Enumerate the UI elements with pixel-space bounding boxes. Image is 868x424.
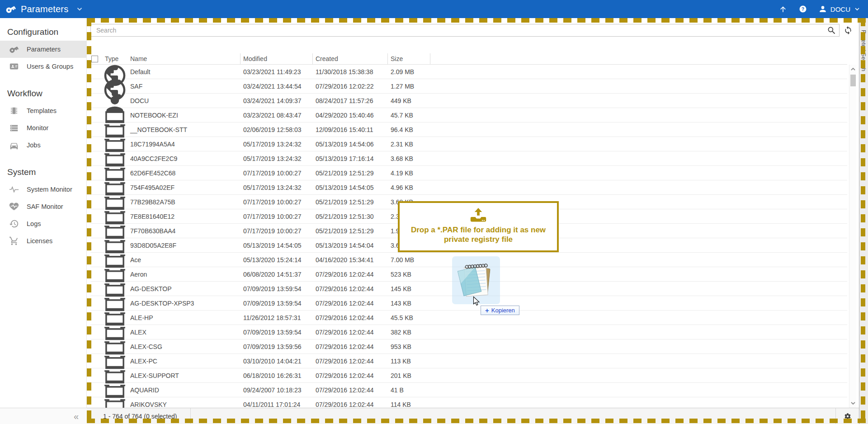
sidebar-item-parameters[interactable]: Parameters [0,41,86,58]
table-row[interactable]: ALEX-PC03/10/2010 14:04:2107/29/2016 12:… [90,354,847,368]
cell-created: 07/29/2016 12:02:44 [313,314,388,321]
table-row[interactable]: AQUARID09/24/2007 10:18:2307/29/2016 12:… [90,383,847,397]
sidebar-heading-workflow: Workflow [7,89,79,99]
cell-modified: 04/11/2011 17:01:24 [241,401,313,408]
cell-created: 11/30/2018 15:38:38 [313,68,388,75]
select-all-checkbox[interactable] [91,56,98,62]
sidebar-item-licenses[interactable]: Licenses [0,232,86,250]
cell-modified: 05/13/2019 14:54:05 [241,242,313,249]
table-row[interactable]: ALE-HP11/26/2012 18:57:3107/29/2016 12:0… [90,311,847,325]
collapse-sidebar-button[interactable]: « [74,412,79,421]
table-row[interactable]: 62D6FE452C6807/17/2019 10:00:2705/21/201… [90,166,847,180]
sidebar-item-label: System Monitor [27,186,72,193]
cell-created: 12/09/2016 15:40:11 [313,126,388,133]
cell-created: 07/29/2016 12:02:44 [313,401,388,408]
search-icon[interactable] [827,26,836,35]
cell-modified: 03/24/2021 13:44:54 [241,83,313,90]
faceted-search-panel-toggle[interactable]: Faceted Search [859,18,868,424]
cell-created: 05/13/2019 14:54:05 [313,184,388,191]
sidebar-item-label: Users & Groups [27,63,73,70]
cell-modified: 07/09/2019 13:59:56 [241,343,313,350]
cell-name: 77B29B82A75B [127,198,241,206]
cell-modified: 06/08/2020 14:51:37 [241,271,313,278]
sidebar-item-jobs[interactable]: Jobs [0,137,86,154]
table-row[interactable]: SAF03/24/2021 13:44:5407/29/2016 12:02:2… [90,79,847,94]
table-row[interactable]: Default03/23/2021 11:49:2311/30/2018 15:… [90,65,847,79]
column-header-created[interactable]: Created [313,53,388,64]
chevron-down-icon[interactable] [75,5,84,13]
table-row[interactable]: DOCU03/24/2021 14:09:3708/24/2017 11:57:… [90,94,847,108]
cell-name: Aeron [127,271,241,278]
sidebar-item-label: Licenses [27,237,52,245]
table-row[interactable]: ALEX07/09/2019 13:59:5407/29/2016 12:02:… [90,325,847,339]
table-row[interactable]: 40A9CC2FE2C905/17/2019 13:24:3205/13/201… [90,151,847,166]
cell-modified: 06/18/2010 16:26:31 [241,372,313,379]
cell-name: 40A9CC2FE2C9 [127,155,241,162]
cell-modified: 05/17/2019 13:24:32 [241,184,313,191]
cell-created: 05/21/2019 12:51:29 [313,227,388,235]
cell-created: 07/29/2016 12:02:44 [313,343,388,350]
table-row[interactable]: ALEX-SUPPORT06/18/2010 16:26:3107/29/201… [90,368,847,383]
help-icon[interactable]: ? [798,5,807,14]
sidebar-item-system-monitor[interactable]: System Monitor [0,181,86,198]
gear-icon[interactable] [844,413,851,420]
cell-size: 145 KB [388,285,430,292]
sidebar-item-label: Monitor [27,124,48,132]
cell-size: 3.68 KB [388,155,430,162]
upload-tray-icon [469,207,488,223]
cell-created: 07/29/2016 12:02:44 [313,358,388,365]
cell-modified: 05/17/2019 13:24:32 [241,155,313,162]
cell-name: Default [127,68,241,75]
cell-name: ALEX-PC [127,358,241,365]
cell-size: 523 KB [388,271,430,278]
sidebar-item-label: Jobs [27,141,41,149]
pulse-icon [9,184,19,194]
cell-size: 7.00 MB [388,256,430,264]
drop-zone-text: Drop a *.PAR file for adding it as new p… [404,225,553,244]
cell-name: 93D8D05A2E8F [127,242,241,249]
scrollbar-thumb[interactable] [850,75,856,86]
cell-modified: 03/23/2021 11:49:23 [241,68,313,75]
sidebar-item-templates[interactable]: Templates [0,102,86,119]
column-header-empty [430,53,847,64]
sidebar-item-saf-monitor[interactable]: SAF Monitor [0,198,86,215]
column-header-size[interactable]: Size [388,53,430,64]
cell-name: Ace [127,256,241,264]
cell-modified: 07/17/2019 10:00:27 [241,227,313,235]
history-icon [9,219,19,229]
sidebar-item-monitor[interactable]: Monitor [0,119,86,137]
par-file-drop-zone[interactable]: Drop a *.PAR file for adding it as new p… [398,201,559,252]
table-settings-cell[interactable] [835,408,859,424]
sidebar-heading-system: System [7,167,79,177]
cell-name: AQUARID [127,386,241,394]
cell-created: 07/29/2016 12:02:44 [313,285,388,292]
scroll-down-icon[interactable] [849,400,857,407]
sidebar-item-logs[interactable]: Logs [0,215,86,232]
refresh-icon[interactable] [844,26,853,35]
user-icon [818,5,827,14]
cell-name: SAF [127,83,241,90]
table-row[interactable]: ARIKOVSKY04/11/2011 17:01:2407/29/2016 1… [90,397,847,408]
table-row[interactable]: NOTEBOOK-EZI03/23/2021 08:43:4704/29/202… [90,108,847,122]
cell-created: 05/13/2019 14:54:06 [313,141,388,148]
search-input[interactable] [90,24,840,37]
table-row[interactable]: __NOTEBOOK-STT02/06/2019 12:58:0312/09/2… [90,122,847,137]
scroll-up-icon[interactable] [849,66,857,73]
cart-icon [9,236,19,246]
app-brand[interactable]: Parameters [0,4,84,14]
table-row[interactable]: 754F495A02EF05/17/2019 13:24:3205/13/201… [90,180,847,195]
table-row[interactable]: 18C71994A5A405/17/2019 13:24:3205/13/201… [90,137,847,151]
template-chip-icon [9,106,19,116]
upload-arrow-icon[interactable] [778,5,788,14]
sidebar-item-users-groups[interactable]: Users & Groups [0,58,86,75]
id-card-icon [9,61,19,71]
table-row[interactable]: ALEX-CSG07/09/2019 13:59:5607/29/2016 12… [90,339,847,354]
cell-name: 18C71994A5A4 [127,141,241,148]
cell-name: DOCU [127,97,241,104]
user-menu[interactable]: DOCU [818,5,861,14]
column-header-modified[interactable]: Modified [241,53,313,64]
sidebar-item-label: Logs [27,220,41,227]
vertical-scrollbar[interactable] [849,65,856,408]
column-header-type[interactable]: Type [102,53,127,64]
column-header-name[interactable]: Name [127,53,241,64]
